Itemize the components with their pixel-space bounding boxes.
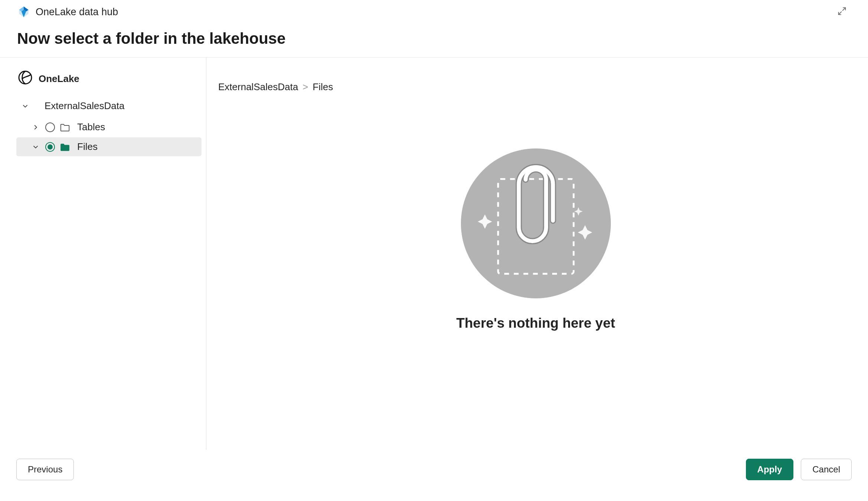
folder-tree-sidebar: OneLake ExternalSalesData Tables: [0, 58, 206, 450]
chevron-down-icon[interactable]: [30, 142, 41, 152]
breadcrumb: ExternalSalesData > Files: [218, 81, 853, 93]
radio-files[interactable]: [45, 142, 55, 152]
radio-tables[interactable]: [45, 122, 55, 132]
onelake-root-icon: [18, 70, 33, 88]
empty-state-text: There's nothing here yet: [456, 315, 615, 331]
tree-node-files-label: Files: [77, 141, 98, 153]
page-heading: Now select a folder in the lakehouse: [17, 30, 851, 48]
cancel-button[interactable]: Cancel: [801, 459, 852, 480]
tree-root-onelake[interactable]: OneLake: [0, 68, 206, 90]
dialog-header: OneLake data hub Now select a folder in …: [0, 0, 868, 57]
tree-node-tables[interactable]: Tables: [16, 118, 202, 137]
empty-state: There's nothing here yet: [218, 93, 853, 450]
breadcrumb-root[interactable]: ExternalSalesData: [218, 81, 298, 93]
tree-node-files[interactable]: Files: [16, 137, 202, 156]
folder-outline-icon: [59, 122, 71, 133]
content-pane: ExternalSalesData > Files: [206, 58, 868, 450]
paperclip-illustration-icon: [461, 148, 611, 298]
chevron-down-icon[interactable]: [20, 101, 30, 111]
dialog-footer: Previous Apply Cancel: [0, 450, 868, 501]
chevron-right-icon[interactable]: [30, 122, 41, 132]
onelake-logo-icon: [17, 5, 30, 19]
apply-button[interactable]: Apply: [746, 459, 794, 480]
tree-node-tables-label: Tables: [77, 121, 105, 133]
tree-node-lakehouse[interactable]: ExternalSalesData: [0, 96, 206, 115]
tree-root-label: OneLake: [39, 73, 79, 85]
hub-title: OneLake data hub: [36, 6, 118, 18]
folder-filled-icon: [59, 141, 71, 153]
tree-node-lakehouse-label: ExternalSalesData: [45, 100, 124, 112]
previous-button[interactable]: Previous: [16, 459, 74, 480]
breadcrumb-separator-icon: >: [302, 81, 308, 93]
breadcrumb-leaf: Files: [313, 81, 333, 93]
expand-icon[interactable]: [837, 6, 847, 18]
